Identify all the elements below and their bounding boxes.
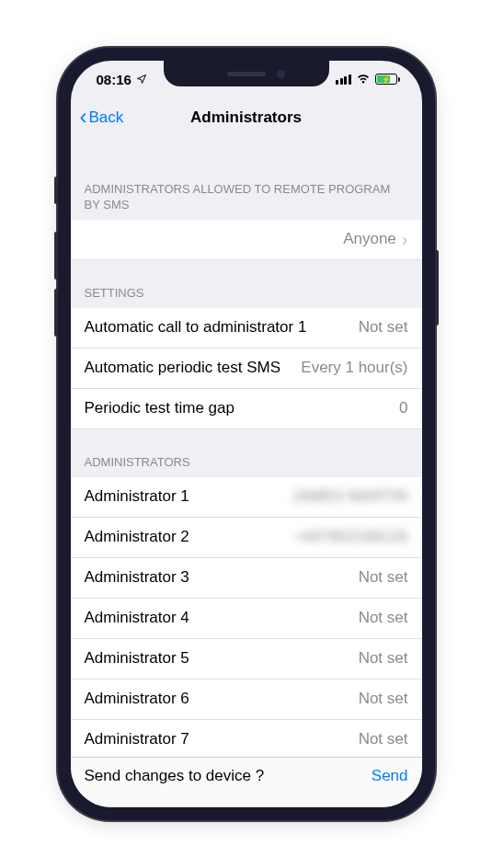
speaker	[227, 72, 266, 76]
settings-row-auto-call[interactable]: Automatic call to administrator 1 Not se…	[71, 308, 422, 348]
row-value: Anyone ›	[343, 230, 407, 248]
row-label: Automatic periodic test SMS	[85, 359, 281, 377]
chevron-left-icon: ‹	[80, 106, 87, 128]
row-label: Administrator 6	[85, 690, 189, 708]
admin-row-3[interactable]: Administrator 3 Not set	[71, 558, 422, 599]
mute-switch	[54, 177, 58, 204]
row-value: Not set	[359, 609, 408, 627]
row-value: Not set	[359, 318, 408, 337]
cellular-icon	[336, 74, 351, 85]
row-value: Every 1 hour(s)	[301, 359, 407, 377]
admin-row-7[interactable]: Administrator 7 Not set	[71, 720, 422, 757]
admin-row-6[interactable]: Administrator 6 Not set	[71, 680, 422, 720]
status-time: 08:16	[97, 72, 132, 87]
nav-bar: ‹ Back Administrators	[71, 97, 422, 138]
row-value: +447802188126	[294, 528, 407, 546]
remote-allowed-value: Anyone	[343, 230, 396, 248]
row-label: Periodic test time gap	[85, 399, 235, 417]
section-header-settings: SETTINGS	[71, 260, 422, 308]
status-right: ⚡	[336, 74, 400, 85]
volume-up-button	[54, 232, 58, 280]
location-icon	[136, 74, 147, 85]
page-title: Administrators	[190, 108, 302, 127]
admin-row-4[interactable]: Administrator 4 Not set	[71, 599, 422, 639]
admin-row-5[interactable]: Administrator 5 Not set	[71, 639, 422, 680]
back-button[interactable]: ‹ Back	[80, 108, 124, 128]
admin-row-1[interactable]: Administrator 1 JAMES MARTIN	[71, 477, 422, 518]
screen: 08:16 ⚡	[71, 61, 422, 807]
send-button[interactable]: Send	[372, 767, 408, 785]
front-camera	[277, 70, 285, 78]
power-button	[435, 250, 439, 326]
status-left: 08:16	[97, 72, 147, 87]
row-value: Not set	[359, 690, 408, 708]
row-label: Administrator 5	[85, 649, 189, 668]
phone-frame: 08:16 ⚡	[58, 48, 435, 820]
row-label: Administrator 1	[85, 487, 189, 506]
row-label: Administrator 7	[85, 730, 189, 748]
row-label: Administrator 4	[85, 609, 189, 627]
row-value: Not set	[359, 730, 408, 748]
row-label: Administrator 2	[85, 528, 189, 546]
admin-row-2[interactable]: Administrator 2 +447802188126	[71, 518, 422, 558]
row-value: Not set	[359, 649, 408, 668]
notch	[164, 61, 329, 86]
chevron-right-icon: ›	[402, 230, 408, 248]
section-header-remote: ADMINISTRATORS ALLOWED TO REMOTE PROGRAM…	[71, 138, 422, 220]
row-value: JAMES MARTIN	[292, 487, 407, 506]
battery-icon: ⚡	[375, 74, 400, 85]
row-value: 0	[399, 399, 407, 417]
remote-allowed-row[interactable]: Anyone ›	[71, 220, 422, 260]
section-header-admins: ADMINISTRATORS	[71, 429, 422, 477]
bottom-bar: Send changes to device ? Send	[71, 757, 422, 807]
wifi-icon	[356, 74, 371, 85]
settings-row-periodic-sms[interactable]: Automatic periodic test SMS Every 1 hour…	[71, 348, 422, 389]
row-label: Administrator 3	[85, 568, 189, 587]
content-scroll[interactable]: ADMINISTRATORS ALLOWED TO REMOTE PROGRAM…	[71, 138, 422, 757]
back-label: Back	[89, 108, 124, 127]
row-label: Automatic call to administrator 1	[85, 318, 307, 337]
settings-row-time-gap[interactable]: Periodic test time gap 0	[71, 389, 422, 429]
volume-down-button	[54, 289, 58, 337]
charging-bolt-icon: ⚡	[382, 75, 391, 84]
row-value: Not set	[359, 568, 408, 587]
send-prompt: Send changes to device ?	[85, 767, 265, 785]
